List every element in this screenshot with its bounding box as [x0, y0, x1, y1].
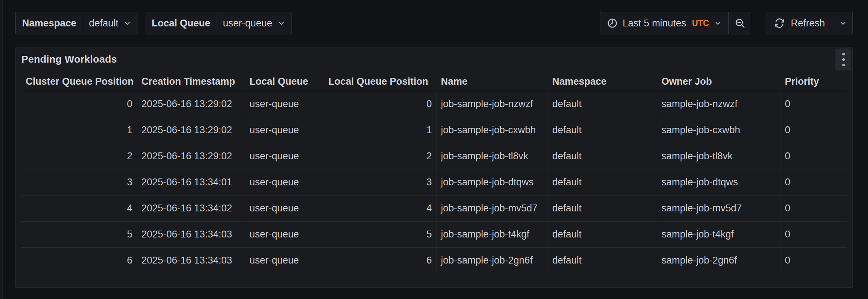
- table-cell: 2025-06-16 13:34:01: [137, 169, 245, 195]
- table-cell: 3: [21, 169, 137, 195]
- table-cell: 2025-06-16 13:29:02: [137, 117, 245, 143]
- table-cell: 0: [780, 91, 847, 117]
- table-cell: default: [548, 143, 657, 169]
- chevron-down-icon: [714, 19, 722, 27]
- table-body: 02025-06-16 13:29:02user-queue0job-sampl…: [21, 91, 847, 273]
- table-cell: sample-job-2gn6f: [657, 248, 780, 273]
- refresh-label: Refresh: [791, 18, 825, 29]
- refresh-button[interactable]: Refresh: [766, 12, 833, 34]
- column-header-local-queue[interactable]: Local Queue: [245, 72, 324, 91]
- variable-namespace-value: default: [89, 18, 118, 29]
- column-header-local-queue-position[interactable]: Local Queue Position: [324, 72, 437, 91]
- table-cell: user-queue: [245, 169, 324, 195]
- table-cell: 2025-06-16 13:34:03: [137, 222, 245, 247]
- pending-workloads-panel: Pending Workloads Cluster Queue Position…: [15, 47, 853, 288]
- table-cell: 0: [21, 91, 137, 117]
- variable-local-queue: Local Queue user-queue: [145, 12, 292, 34]
- table-cell: default: [548, 117, 657, 143]
- panel-header: Pending Workloads: [16, 47, 852, 71]
- table-cell: default: [548, 222, 657, 247]
- table-cell: job-sample-job-tl8vk: [437, 143, 548, 169]
- table-cell: 6: [324, 248, 437, 273]
- table-cell: 0: [780, 222, 847, 247]
- column-header-owner-job[interactable]: Owner Job: [657, 72, 780, 91]
- table-cell: job-sample-job-nzwzf: [437, 91, 548, 117]
- column-header-priority[interactable]: Priority: [780, 72, 847, 91]
- time-range-label: Last 5 minutes: [623, 18, 686, 29]
- table-row: 42025-06-16 13:34:02user-queue4job-sampl…: [21, 195, 847, 221]
- pending-workloads-table: Cluster Queue PositionCreation Timestamp…: [21, 72, 847, 273]
- table-cell: user-queue: [245, 222, 324, 247]
- zoom-out-icon: [735, 18, 745, 29]
- table-cell: 3: [324, 169, 437, 195]
- table-row: 32025-06-16 13:34:01user-queue3job-sampl…: [21, 169, 847, 195]
- table-cell: job-sample-job-mv5d7: [437, 195, 548, 221]
- table-cell: 4: [21, 195, 137, 221]
- clock-icon: [607, 18, 618, 29]
- refresh-icon: [774, 18, 785, 29]
- panel-title: Pending Workloads: [21, 54, 117, 65]
- table-cell: 2: [21, 143, 137, 169]
- table-cell: 1: [324, 117, 437, 143]
- table-cell: 5: [324, 222, 437, 247]
- time-picker-button[interactable]: Last 5 minutes UTC: [600, 12, 729, 34]
- table-cell: user-queue: [245, 143, 324, 169]
- table-cell: user-queue: [245, 248, 324, 273]
- panel-menu-button[interactable]: [835, 49, 851, 70]
- table-cell: default: [548, 169, 657, 195]
- table-cell: 0: [780, 117, 847, 143]
- column-header-name[interactable]: Name: [437, 72, 548, 91]
- table-row: 62025-06-16 13:34:03user-queue6job-sampl…: [21, 247, 847, 273]
- column-header-creation-timestamp[interactable]: Creation Timestamp: [137, 72, 245, 91]
- column-header-namespace[interactable]: Namespace: [548, 72, 657, 91]
- table-cell: default: [548, 91, 657, 117]
- kebab-menu-icon: [842, 64, 845, 66]
- table-row: 22025-06-16 13:29:02user-queue2job-sampl…: [21, 143, 847, 169]
- variable-local-queue-picker[interactable]: user-queue: [217, 12, 291, 34]
- table-cell: sample-job-cxwbh: [657, 117, 780, 143]
- table-cell: 2025-06-16 13:34:02: [137, 195, 245, 221]
- table-cell: 2025-06-16 13:29:02: [137, 91, 245, 117]
- table-cell: 0: [324, 91, 437, 117]
- table-cell: 0: [780, 248, 847, 273]
- grafana-dashboard: { "toolbar": { "variables": [ { "label":…: [0, 0, 868, 299]
- table-cell: 2: [324, 143, 437, 169]
- kebab-menu-icon: [842, 58, 845, 61]
- table-cell: 1: [21, 117, 137, 143]
- chevron-down-icon: [277, 19, 285, 27]
- table-cell: default: [548, 195, 657, 221]
- table-row: 02025-06-16 13:29:02user-queue0job-sampl…: [21, 91, 847, 117]
- kebab-menu-icon: [842, 53, 845, 55]
- table-cell: user-queue: [245, 195, 324, 221]
- table-cell: sample-job-tl8vk: [657, 143, 780, 169]
- table-cell: 2025-06-16 13:34:03: [137, 248, 245, 273]
- variable-namespace-picker[interactable]: default: [83, 12, 137, 34]
- variable-local-queue-value: user-queue: [223, 18, 272, 29]
- variable-controls: Namespace default Local Queue user-queue: [15, 12, 292, 34]
- table-cell: default: [548, 248, 657, 273]
- time-picker-group: Last 5 minutes UTC: [600, 12, 752, 34]
- table-cell: user-queue: [245, 91, 324, 117]
- table-cell: sample-job-t4kgf: [657, 222, 780, 247]
- column-header-cluster-queue-position[interactable]: Cluster Queue Position: [21, 72, 137, 91]
- table-cell: sample-job-nzwzf: [657, 91, 780, 117]
- table-cell: sample-job-dtqws: [657, 169, 780, 195]
- table-cell: 4: [324, 195, 437, 221]
- table-header-row: Cluster Queue PositionCreation Timestamp…: [21, 72, 847, 91]
- chevron-down-icon: [839, 19, 847, 27]
- refresh-group: Refresh: [766, 12, 853, 34]
- zoom-out-button[interactable]: [728, 12, 751, 34]
- table-row: 52025-06-16 13:34:03user-queue5job-sampl…: [21, 221, 847, 247]
- table-cell: 0: [780, 195, 847, 221]
- table-cell: sample-job-mv5d7: [657, 195, 780, 221]
- variable-namespace: Namespace default: [15, 12, 137, 34]
- variable-namespace-label: Namespace: [16, 12, 83, 34]
- refresh-interval-dropdown[interactable]: [833, 12, 852, 34]
- left-edge-strip: [0, 0, 3, 299]
- time-and-refresh-controls: Last 5 minutes UTC Refresh: [600, 12, 853, 34]
- table-cell: 0: [780, 143, 847, 169]
- table-cell: job-sample-job-dtqws: [437, 169, 548, 195]
- table-cell: 6: [21, 248, 137, 273]
- table-cell: job-sample-job-cxwbh: [437, 117, 548, 143]
- table-cell: 0: [780, 169, 847, 195]
